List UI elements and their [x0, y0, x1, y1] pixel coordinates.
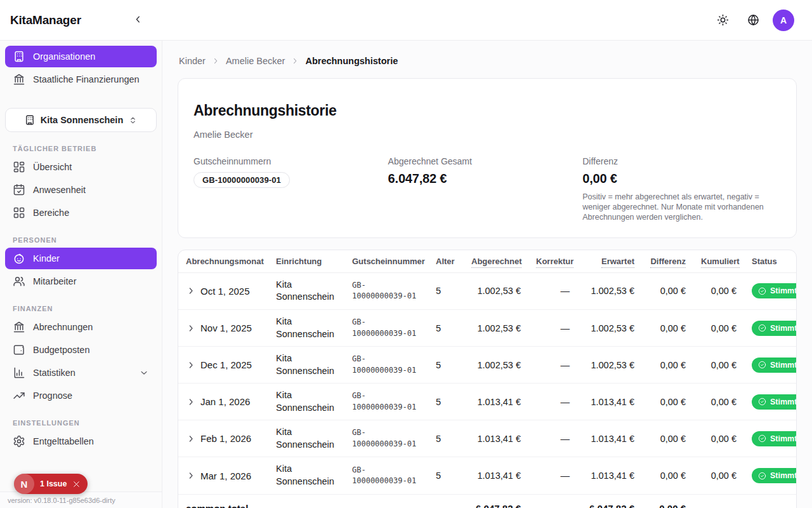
cell-voucher: GB-10000000039-01	[344, 457, 428, 494]
total-correction-empty	[528, 494, 577, 508]
total-difference: 0,00 €	[642, 494, 693, 508]
cell-billed: 1.013,41 €	[464, 384, 528, 420]
cell-correction: —	[528, 420, 577, 457]
month-cell: Oct 1, 2025	[186, 286, 261, 297]
stat-difference-label: Differenz	[582, 156, 781, 166]
language-button[interactable]	[742, 10, 764, 31]
table-row[interactable]: Jan 1, 2026Kita SonnenscheinGB-100000000…	[178, 384, 797, 420]
cell-age: 5	[428, 347, 464, 384]
bank-icon	[13, 73, 25, 86]
sidebar-item-kinder[interactable]: Kinder	[5, 248, 157, 269]
cell-cumulative: 0,00 €	[693, 272, 744, 309]
cell-difference-value: 0,00 €	[660, 286, 686, 296]
row-expand-icon[interactable]	[186, 434, 196, 444]
cell-billed-value: 1.002,53 €	[477, 323, 521, 333]
cell-age-value: 5	[436, 323, 441, 333]
cell-voucher-value: GB-10000000039-01	[352, 465, 421, 487]
cell-cumulative: 0,00 €	[693, 457, 744, 494]
cell-difference-value: 0,00 €	[660, 397, 686, 407]
cell-facility: Kita Sonnenschein	[268, 347, 344, 384]
column-header-label: Alter	[436, 257, 455, 266]
month-cell: Jan 1, 2026	[186, 396, 261, 407]
cell-cumulative-value: 0,00 €	[711, 397, 737, 407]
cell-month: Mar 1, 2026	[178, 457, 268, 494]
close-icon[interactable]	[72, 480, 81, 488]
sidebar-item-uebersicht[interactable]: Übersicht	[5, 156, 157, 178]
cell-cumulative-value: 0,00 €	[711, 323, 737, 333]
layout-grid-icon	[13, 206, 25, 219]
cell-expected-value: 1.013,41 €	[591, 397, 634, 407]
breadcrumb-link-amelie-becker[interactable]: Amelie Becker	[226, 56, 285, 66]
stat-difference-note: Positiv = mehr abgerechnet als erwartet,…	[582, 192, 781, 222]
cell-difference: 0,00 €	[642, 457, 693, 494]
table-row[interactable]: Dec 1, 2025Kita SonnenscheinGB-100000000…	[178, 347, 797, 384]
status-label: Stimmt	[770, 286, 797, 295]
avatar[interactable]: A	[773, 10, 794, 31]
sidebar-item-prognose[interactable]: Prognose	[5, 385, 157, 406]
table-row[interactable]: Feb 1, 2026Kita SonnenscheinGB-100000000…	[178, 420, 797, 457]
column-header-status: Status	[744, 250, 797, 273]
cell-billed-value: 1.002,53 €	[477, 286, 521, 296]
sidebar-item-abrechnungen[interactable]: Abrechnungen	[5, 316, 157, 338]
table-row[interactable]: Oct 1, 2025Kita SonnenscheinGB-100000000…	[178, 272, 797, 309]
status-label: Stimmt	[770, 398, 797, 406]
cell-expected: 1.013,41 €	[577, 420, 642, 457]
sidebar-item-label: Entgelttabellen	[33, 435, 94, 448]
cell-expected: 1.002,53 €	[577, 309, 642, 346]
cell-billed-value: 1.013,41 €	[477, 397, 521, 407]
row-expand-icon[interactable]	[186, 397, 196, 407]
summary-stats: Gutscheinnummern GB-10000000039-01 Abger…	[193, 156, 781, 222]
status-badge: Stimmt	[752, 431, 797, 446]
cell-billed: 1.002,53 €	[464, 347, 528, 384]
row-expand-icon[interactable]	[186, 471, 196, 481]
app-brand: KitaManager	[10, 13, 81, 27]
cell-age: 5	[428, 272, 464, 309]
cell-billed: 1.013,41 €	[464, 420, 528, 457]
sidebar-item-budgetposten[interactable]: Budgetposten	[5, 339, 157, 361]
column-header-label: Status	[752, 257, 777, 266]
sidebar-item-bereiche[interactable]: Bereiche	[5, 202, 157, 224]
column-header-label: Gutscheinnummer	[352, 257, 425, 266]
sidebar-item-entgelttabellen[interactable]: Entgelttabellen	[5, 431, 157, 452]
cell-billed-value: 1.002,53 €	[477, 360, 521, 370]
column-header-differenz: Differenz	[642, 250, 693, 273]
column-header-erwartet: Erwartet	[577, 250, 642, 273]
sidebar-item-organisationen[interactable]: Organisationen	[5, 46, 157, 67]
cell-cumulative-value: 0,00 €	[711, 360, 737, 370]
cell-expected-value: 1.013,41 €	[591, 471, 634, 481]
sidebar-item-anwesenheit[interactable]: Anwesenheit	[5, 179, 157, 201]
cell-correction: —	[528, 384, 577, 420]
cell-facility-value: Kita Sonnenschein	[276, 352, 337, 377]
breadcrumb-link-kinder[interactable]: Kinder	[179, 56, 206, 66]
row-expand-icon[interactable]	[186, 323, 196, 333]
sidebar-collapse-button[interactable]	[131, 13, 145, 28]
cell-age-value: 5	[436, 360, 441, 370]
cell-month: Dec 1, 2025	[178, 347, 268, 384]
organization-selector[interactable]: Kita Sonnenschein	[5, 108, 157, 132]
issue-badge[interactable]: N 1 Issue	[14, 474, 88, 494]
row-expand-icon[interactable]	[186, 360, 196, 370]
sidebar-item-staatliche-finanzierungen[interactable]: Staatliche Finanzierungen	[5, 69, 157, 90]
cell-facility-value: Kita Sonnenschein	[276, 426, 337, 451]
sidebar-item-statistiken[interactable]: Statistiken	[5, 362, 157, 384]
cell-cumulative: 0,00 €	[693, 347, 744, 384]
cell-expected-value: 1.013,41 €	[591, 434, 634, 444]
sidebar-item-label: Übersicht	[33, 161, 72, 173]
row-expand-icon[interactable]	[186, 286, 196, 296]
table-row[interactable]: Nov 1, 2025Kita SonnenscheinGB-100000000…	[178, 309, 797, 346]
total-label: common.total	[178, 494, 464, 508]
cell-facility-value: Kita Sonnenschein	[276, 389, 337, 414]
cell-age: 5	[428, 420, 464, 457]
cell-difference-value: 0,00 €	[660, 434, 686, 444]
theme-toggle-button[interactable]	[712, 10, 733, 31]
cell-voucher: GB-10000000039-01	[344, 384, 428, 420]
status-badge: Stimmt	[752, 283, 797, 298]
sidebar-item-label: Organisationen	[33, 50, 95, 63]
table-row[interactable]: Mar 1, 2026Kita SonnenscheinGB-100000000…	[178, 457, 797, 494]
cell-voucher: GB-10000000039-01	[344, 420, 428, 457]
page-subtitle: Amelie Becker	[193, 130, 781, 140]
cell-cumulative: 0,00 €	[693, 384, 744, 420]
sidebar-section-title: TÄGLICHER BETRIEB	[13, 145, 149, 152]
sun-icon	[717, 14, 729, 26]
sidebar-item-mitarbeiter[interactable]: Mitarbeiter	[5, 271, 157, 292]
